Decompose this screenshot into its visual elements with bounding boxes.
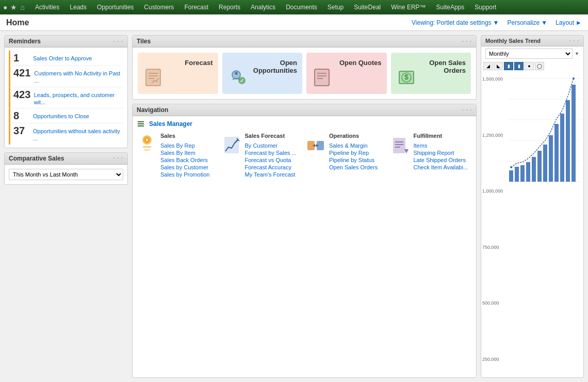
by-customer-link[interactable]: By Customer	[245, 142, 303, 149]
tile-open-quotes[interactable]: Open Quotes	[306, 53, 387, 94]
y-label-2: 1,250,000	[482, 133, 503, 138]
tile-open-sales-orders[interactable]: Open Sales Orders $	[391, 53, 471, 94]
personalize-link[interactable]: Personalize ▼	[507, 19, 547, 26]
nav-item-setup[interactable]: Setup	[322, 0, 349, 14]
pipeline-by-rep-link[interactable]: Pipeline by Rep	[329, 149, 387, 156]
svg-rect-50	[549, 135, 553, 182]
home-icon[interactable]: ⌂	[20, 3, 24, 11]
reminder-link-5[interactable]: Opportunities without sales activity ...	[33, 125, 123, 142]
tile-label-orders: Open Sales Orders	[429, 59, 466, 74]
viewing-portlet-link[interactable]: Viewing: Portlet date settings ▼	[412, 19, 499, 26]
chart-title: Monthly Sales Trend	[485, 38, 541, 44]
nav-item-analytics[interactable]: Analytics	[246, 0, 281, 14]
nav-column-operations: Operations Sales & Margin Pipeline by Re…	[306, 133, 387, 178]
layout-link[interactable]: Layout ►	[556, 19, 582, 26]
chart-period-select[interactable]: Monthly Weekly Quarterly	[485, 49, 573, 59]
svg-text:✓: ✓	[240, 78, 244, 84]
forecast-vs-quota-link[interactable]: Forecast vs Quota	[245, 156, 303, 164]
reminders-list: 1 Sales Order to Approve 421 Customers w…	[5, 47, 127, 148]
svg-rect-45	[520, 165, 525, 182]
y-label-4: 750,000	[482, 245, 503, 250]
chart-type-buttons: ◢ ◣ ▮ ▮ ● ◯	[481, 61, 583, 71]
check-item-availability-link[interactable]: Check Item Availabi...	[414, 164, 471, 171]
reminder-link-4[interactable]: Opportunities to Close	[33, 110, 89, 120]
y-label-6: 250,000	[482, 357, 503, 362]
nav-item-opportunities[interactable]: Opportunities	[92, 0, 139, 14]
nav-column-sales: Sales Sales By Rep Sales By Item Sales B…	[138, 133, 218, 178]
nav-item-reports[interactable]: Reports	[214, 0, 246, 14]
reminder-number-4: 8	[13, 110, 29, 121]
main-layout: Reminders · · · 1 Sales Order to Approve…	[0, 31, 588, 382]
nav-item-suiteapps[interactable]: SuiteApps	[431, 0, 470, 14]
comparative-sales-header: Comparative Sales · · ·	[5, 153, 127, 165]
fulfillment-links-group: Fulfillment Items Shipping Report Late S…	[414, 133, 471, 171]
nav-item-customers[interactable]: Customers	[139, 0, 179, 14]
nav-item-documents[interactable]: Documents	[281, 0, 322, 14]
drag-handle-nav[interactable]: · · ·	[462, 107, 472, 113]
nav-item-wineerp[interactable]: Wine ERP™	[386, 0, 431, 14]
nav-item-suitedeal[interactable]: SuiteDeal	[349, 0, 386, 14]
my-teams-forecast-link[interactable]: My Team's Forecast	[245, 171, 303, 178]
reminder-item: 423 Leads, prospects, and customer wit..…	[9, 87, 123, 109]
top-navigation: ● ★ ⌂ Activities Leads Opportunities Cus…	[0, 0, 588, 14]
comparative-sales-content: This Month vs Last Month This Quarter vs…	[5, 165, 127, 184]
operations-icon	[306, 133, 325, 158]
pipeline-by-status-link[interactable]: Pipeline by Status	[329, 156, 387, 164]
chart-type-pie-btn[interactable]: ●	[525, 62, 534, 70]
nav-item-forecast[interactable]: Forecast	[179, 0, 214, 14]
nav-item-leads[interactable]: Leads	[64, 0, 92, 14]
open-sales-orders-link[interactable]: Open Sales Orders	[329, 164, 387, 171]
svg-rect-54	[571, 85, 576, 182]
chart-type-bar-btn[interactable]: ▮	[504, 62, 513, 70]
reminder-link-1[interactable]: Sales Order to Approve	[33, 53, 92, 62]
sales-by-promotion-link[interactable]: Sales by Promotion	[160, 171, 218, 178]
sales-margin-link[interactable]: Sales & Margin	[329, 142, 387, 149]
comparative-sales-select[interactable]: This Month vs Last Month This Quarter vs…	[9, 169, 123, 180]
sales-back-orders-link[interactable]: Sales Back Orders	[160, 156, 218, 164]
sales-manager-link[interactable]: Sales Manager	[149, 120, 192, 128]
forecast-tile-icon	[144, 68, 165, 89]
tile-open-opportunities[interactable]: Open Opportunities ✓	[222, 53, 303, 94]
nav-item-support[interactable]: Support	[469, 0, 501, 14]
reminder-item: 8 Opportunities to Close	[9, 108, 123, 123]
reminder-link-2[interactable]: Customers with No Activity in Past ...	[34, 68, 123, 85]
history-icon[interactable]: ●	[3, 3, 7, 11]
svg-rect-43	[509, 170, 513, 182]
svg-rect-46	[526, 162, 530, 182]
drag-handle-chart[interactable]: · · ·	[569, 38, 579, 44]
chart-type-bar2-btn[interactable]: ▮	[514, 62, 524, 70]
shipping-report-link[interactable]: Shipping Report	[414, 149, 471, 156]
chart-type-line-btn[interactable]: ◢	[483, 62, 493, 70]
sales-column-title: Sales	[160, 133, 218, 139]
reminder-link-3[interactable]: Leads, prospects, and customer wit...	[34, 89, 123, 106]
drag-handle[interactable]: · · ·	[113, 39, 123, 44]
svg-rect-23	[144, 149, 150, 151]
svg-rect-44	[515, 167, 519, 182]
sales-by-rep-link[interactable]: Sales By Rep	[160, 142, 218, 149]
sales-by-customer-link[interactable]: Sales by Customer	[160, 164, 218, 171]
navigation-panel: Navigation · · · Sales Manager	[132, 104, 477, 378]
chart-type-area-btn[interactable]: ◣	[494, 62, 503, 70]
drag-handle-comparative[interactable]: · · ·	[113, 155, 123, 161]
nav-item-activities[interactable]: Activities	[30, 0, 64, 14]
sales-links-group: Sales Sales By Rep Sales By Item Sales B…	[160, 133, 218, 178]
forecast-by-sales-link[interactable]: Forecast by Sales ...	[245, 149, 303, 156]
nav-columns: Sales Sales By Rep Sales By Item Sales B…	[133, 130, 476, 183]
sales-by-item-link[interactable]: Sales By Item	[160, 149, 218, 156]
sales-forecast-icon	[222, 133, 241, 158]
forecast-accuracy-link[interactable]: Forecast Accuracy	[245, 164, 303, 171]
late-shipped-orders-link[interactable]: Late Shipped Orders	[414, 156, 471, 164]
reminders-title: Reminders	[9, 38, 41, 45]
drag-handle-tiles[interactable]: · · ·	[462, 39, 472, 44]
items-link[interactable]: Items	[414, 142, 471, 149]
nav-column-fulfillment: Fulfillment Items Shipping Report Late S…	[391, 133, 471, 178]
svg-rect-10	[315, 69, 329, 86]
operations-column-title: Operations	[329, 133, 387, 139]
center-content: Tiles · · · Forecast	[132, 35, 477, 378]
star-icon[interactable]: ★	[10, 3, 17, 11]
chart-svg	[508, 73, 580, 187]
tile-forecast[interactable]: Forecast	[138, 53, 218, 94]
reminders-panel-header: Reminders · · ·	[5, 36, 127, 47]
chart-area: 1,500,000 1,250,000 1,000,000 750,000 50…	[481, 71, 583, 377]
chart-type-donut-btn[interactable]: ◯	[535, 62, 544, 70]
